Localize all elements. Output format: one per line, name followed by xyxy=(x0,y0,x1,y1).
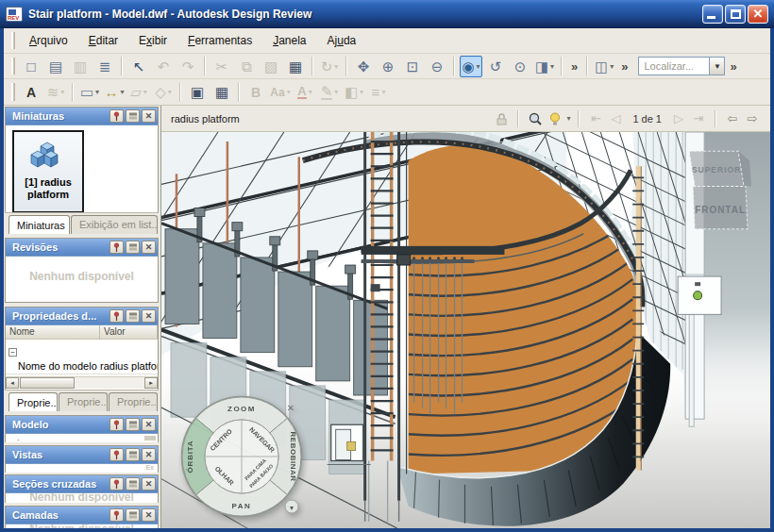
column-nome[interactable]: Nome xyxy=(6,325,100,339)
panel-model-header[interactable]: Modelo ✕ xyxy=(6,416,158,434)
steering-wheel[interactable]: ZOOM PAN ÓRBITA REBOBINAR CENTRO NAVEGAR… xyxy=(178,394,305,521)
redo-button: ↷ xyxy=(177,56,199,77)
menu-ferramentas[interactable]: Ferramentas xyxy=(177,30,262,51)
scroll-thumb[interactable] xyxy=(20,377,75,389)
properties-tab-0[interactable]: Proprie... xyxy=(8,392,58,411)
pan-button[interactable]: ✥ xyxy=(352,56,375,77)
thumbnails-tab-0[interactable]: Miniaturas xyxy=(8,215,70,234)
properties-tab-1[interactable]: Proprie... xyxy=(59,392,108,411)
open-file-button[interactable]: ▤ xyxy=(44,56,67,77)
toolbar-overflow-navigation-button[interactable]: » xyxy=(566,59,582,74)
menu-editar[interactable]: Editar xyxy=(78,30,128,51)
panel-cross-sections-header[interactable]: Seções cruzadas ✕ xyxy=(6,475,158,493)
panel-options-icon[interactable] xyxy=(126,309,140,323)
properties-column-headers[interactable]: Nome Valor xyxy=(6,325,158,340)
wheel-orbit-label[interactable]: ÓRBITA xyxy=(186,441,194,474)
column-valor[interactable]: Valor xyxy=(100,325,158,339)
text-tool-button[interactable]: A xyxy=(20,81,42,103)
menu-exibir[interactable]: Exibir xyxy=(128,30,177,51)
pin-icon[interactable] xyxy=(109,418,124,431)
property-row[interactable]: Nome do modelo radius platform xyxy=(6,358,158,374)
zoom-in-button[interactable]: ⊕ xyxy=(377,56,399,77)
wheel-zoom-label[interactable]: ZOOM xyxy=(227,405,256,413)
snapshot-button[interactable]: ▣ xyxy=(186,81,209,103)
panel-revisions-header[interactable]: Revisões ✕ xyxy=(6,239,158,257)
forward-icon[interactable]: ⇨ xyxy=(744,109,761,128)
pin-icon[interactable] xyxy=(109,309,124,323)
zoom-out-button[interactable]: ⊖ xyxy=(426,56,448,77)
steering-wheel-button[interactable]: ◉▾ xyxy=(460,56,482,77)
toolbar-overflow-find[interactable]: » xyxy=(725,59,741,74)
panel-options-icon[interactable] xyxy=(126,241,140,254)
find-input[interactable]: Localizar... xyxy=(639,60,709,72)
pin-icon[interactable] xyxy=(109,109,124,123)
menu-arquivo[interactable]: Arquivo xyxy=(19,30,78,51)
toolbar-main: □▤▥≣↖↶↷✂⧉▨▦↻▾✥⊕⊡⊖◉▾↺⊙◨▾»◫▾» Localizar...… xyxy=(4,54,770,79)
close-panel-icon[interactable]: ✕ xyxy=(142,241,156,254)
thumbnails-tab-1[interactable]: Exibição em list... xyxy=(71,215,158,234)
maximize-button[interactable] xyxy=(725,5,746,24)
measure-button[interactable]: ↔▾ xyxy=(103,81,126,103)
close-panel-icon[interactable]: ✕ xyxy=(142,109,156,123)
menu-janela[interactable]: Janela xyxy=(262,30,316,51)
workspace-layout-button[interactable]: ◫▾ xyxy=(593,56,615,77)
toolbar-overflow-workspace-button[interactable]: » xyxy=(616,59,632,74)
scroll-left-icon[interactable]: ◂ xyxy=(6,377,19,389)
menubar-grip[interactable] xyxy=(11,32,15,49)
properties-tab-2[interactable]: Proprie... xyxy=(109,392,158,411)
panel-layers-header[interactable]: Camadas ✕ xyxy=(6,507,158,524)
pin-icon[interactable] xyxy=(109,508,124,522)
close-panel-icon[interactable]: ✕ xyxy=(142,418,156,431)
thumbnail-radius-platform[interactable]: [1] radius platform xyxy=(12,130,84,213)
toolbar-markup-grip[interactable] xyxy=(11,83,15,101)
minimize-button[interactable] xyxy=(702,5,723,24)
wheel-rewind-label[interactable]: REBOBINAR xyxy=(289,432,297,482)
viewcube-front-label[interactable]: FRONTAL xyxy=(695,205,746,215)
close-button[interactable]: ✕ xyxy=(748,5,768,24)
wheel-close-icon[interactable]: ✕ xyxy=(287,403,294,413)
close-panel-icon[interactable]: ✕ xyxy=(142,448,156,461)
callout-button[interactable]: ▭▾ xyxy=(78,81,101,103)
pin-icon[interactable] xyxy=(109,241,124,254)
print-button[interactable]: ≣ xyxy=(93,56,116,77)
panel-options-icon[interactable] xyxy=(126,477,140,490)
markups-list-button[interactable]: ▦ xyxy=(284,56,307,77)
title-bar[interactable]: REV Stair platform - Model.dwf - Autodes… xyxy=(0,0,774,28)
find-combo[interactable]: Localizar... ▼ xyxy=(638,57,725,75)
panel-properties-header[interactable]: Propriedades d... ✕ xyxy=(6,308,158,325)
wheel-pan-label[interactable]: PAN xyxy=(232,502,252,510)
find-dropdown-icon[interactable]: ▼ xyxy=(709,58,724,75)
viewport[interactable]: radius platform ▾ ⇤ ◁ 1 de 1 ▷ ⇥ ⇦ ⇨ xyxy=(160,106,770,528)
close-panel-icon[interactable]: ✕ xyxy=(142,477,156,490)
panel-options-icon[interactable] xyxy=(126,109,140,123)
toolbar-main-grip[interactable] xyxy=(11,58,15,75)
pin-icon[interactable] xyxy=(109,448,124,461)
camera-grid-button[interactable]: ▦ xyxy=(210,81,233,103)
viewcube[interactable]: SUPERIOR FRONTAL xyxy=(689,151,751,229)
magnifier-icon[interactable] xyxy=(527,109,544,128)
line-color-button: ✎▾ xyxy=(318,81,341,103)
close-panel-icon[interactable]: ✕ xyxy=(142,508,156,522)
standard-views-button[interactable]: ◨▾ xyxy=(533,56,556,77)
zoom-rectangle-button[interactable]: ⊡ xyxy=(401,56,424,77)
new-file-button[interactable]: □ xyxy=(20,56,42,77)
panel-thumbnails-header[interactable]: Miniaturas ✕ xyxy=(6,108,158,125)
panel-title: Miniaturas xyxy=(12,110,108,122)
turntable-button[interactable]: ⊙ xyxy=(509,56,531,77)
select-button[interactable]: ↖ xyxy=(127,56,150,77)
lightbulb-icon[interactable] xyxy=(547,109,564,128)
panel-options-icon[interactable] xyxy=(126,508,140,522)
back-icon[interactable]: ⇦ xyxy=(724,109,741,128)
panel-views-header[interactable]: Vistas ✕ xyxy=(6,446,158,464)
panel-options-icon[interactable] xyxy=(126,418,140,431)
collapse-expander-icon[interactable]: − xyxy=(8,348,17,357)
scroll-right-icon[interactable]: ▸ xyxy=(144,377,158,389)
menu-ajuda[interactable]: Ajuda xyxy=(317,30,367,51)
lightbulb-dropdown-icon[interactable]: ▾ xyxy=(566,114,570,123)
pin-icon[interactable] xyxy=(109,477,124,490)
viewcube-top-label[interactable]: SUPERIOR xyxy=(692,165,741,175)
panel-options-icon[interactable] xyxy=(126,448,140,461)
properties-hscrollbar[interactable]: ◂ ▸ xyxy=(6,376,158,389)
orbit-button[interactable]: ↺ xyxy=(484,56,507,77)
close-panel-icon[interactable]: ✕ xyxy=(142,309,156,323)
